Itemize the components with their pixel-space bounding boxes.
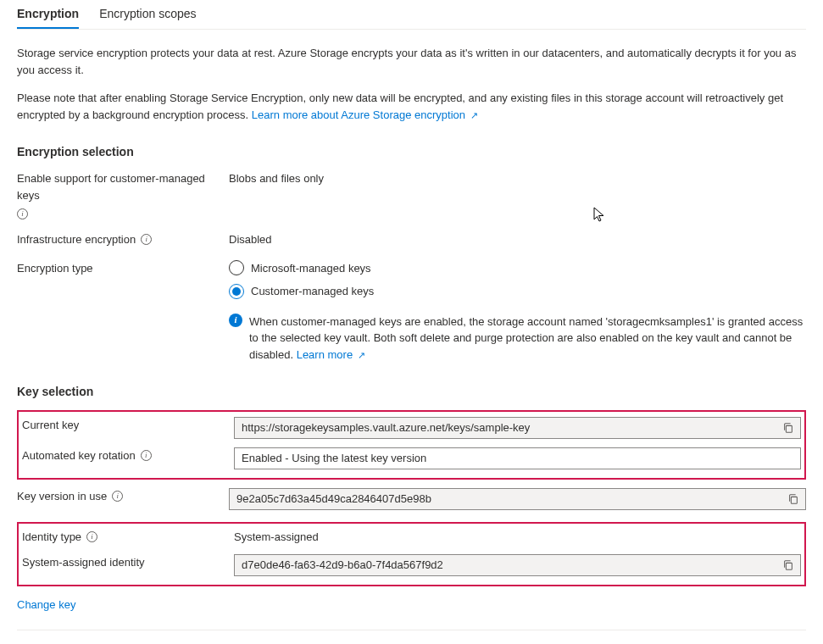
radio-customer-managed[interactable]: Customer-managed keys — [229, 283, 806, 300]
radio-microsoft-managed[interactable]: Microsoft-managed keys — [229, 260, 806, 277]
encryption-type-radio-group: Microsoft-managed keys Customer-managed … — [229, 260, 806, 364]
learn-more-cmk-label: Learn more — [297, 348, 353, 361]
cmk-support-label: Enable support for customer-managed keys — [17, 170, 229, 203]
identity-type-value: System-assigned — [234, 529, 801, 546]
tab-encryption-scopes[interactable]: Encryption scopes — [99, 0, 196, 29]
copy-button[interactable] — [776, 555, 800, 575]
encryption-selection-heading: Encryption selection — [17, 145, 806, 158]
intro-paragraph-2: Please note that after enabling Storage … — [17, 90, 806, 123]
divider — [17, 630, 806, 630]
key-version-value: 9e2a05c7d63a45d49ca2846407d5e98b — [230, 491, 781, 508]
current-key-field: https://storagekeysamples.vault.azure.ne… — [234, 417, 801, 439]
infrastructure-encryption-row: Infrastructure encryption i Disabled — [17, 231, 806, 248]
change-key-link[interactable]: Change key — [17, 598, 75, 611]
external-link-icon: ↗ — [358, 350, 365, 360]
system-identity-field: d7e0de46-fa63-42d9-b6a0-7f4da567f9d2 — [234, 554, 801, 576]
info-icon[interactable]: i — [141, 450, 152, 461]
tab-encryption[interactable]: Encryption — [17, 0, 79, 29]
radio-customer-managed-label: Customer-managed keys — [251, 283, 374, 300]
current-key-label: Current key — [22, 417, 79, 434]
system-identity-label: System-assigned identity — [22, 554, 145, 571]
rotation-label: Automated key rotation — [22, 447, 136, 464]
info-icon[interactable]: i — [141, 234, 152, 245]
system-identity-row: System-assigned identity d7e0de46-fa63-4… — [22, 554, 801, 576]
system-identity-value: d7e0de46-fa63-42d9-b6a0-7f4da567f9d2 — [235, 557, 776, 574]
learn-more-cmk-link[interactable]: Learn more ↗ — [297, 348, 365, 361]
rotation-row: Automated key rotation i Enabled - Using… — [22, 447, 801, 469]
encryption-type-label: Encryption type — [17, 260, 93, 277]
copy-icon — [787, 493, 799, 505]
learn-more-storage-encryption-label: Learn more about Azure Storage encryptio… — [252, 108, 465, 121]
current-key-value: https://storagekeysamples.vault.azure.ne… — [235, 419, 776, 436]
identity-type-row: Identity type i System-assigned — [22, 529, 801, 546]
cmk-support-value: Blobs and files only — [229, 170, 806, 187]
key-version-field: 9e2a05c7d63a45d49ca2846407d5e98b — [229, 488, 806, 510]
rotation-value: Enabled - Using the latest key version — [235, 450, 800, 467]
svg-rect-1 — [791, 497, 797, 503]
key-version-label: Key version in use — [17, 488, 107, 505]
info-icon[interactable]: i — [86, 531, 97, 542]
copy-button[interactable] — [776, 418, 800, 438]
current-key-row: Current key https://storagekeysamples.va… — [22, 417, 801, 439]
rotation-field[interactable]: Enabled - Using the latest key version — [234, 447, 801, 469]
external-link-icon: ↗ — [470, 110, 478, 120]
identity-type-label: Identity type — [22, 529, 81, 546]
encryption-type-row: Encryption type Microsoft-managed keys C… — [17, 260, 806, 364]
intro-paragraph-1: Storage service encryption protects your… — [17, 45, 806, 78]
highlight-box-key: Current key https://storagekeysamples.va… — [17, 410, 806, 480]
copy-icon — [782, 422, 794, 434]
cmk-info-note: i When customer-managed keys are enabled… — [229, 314, 806, 364]
infrastructure-encryption-label: Infrastructure encryption — [17, 231, 136, 248]
radio-microsoft-managed-label: Microsoft-managed keys — [251, 260, 371, 277]
info-icon: i — [229, 314, 242, 327]
key-selection-heading: Key selection — [17, 385, 806, 398]
copy-icon — [782, 559, 794, 571]
cursor-icon — [593, 207, 607, 224]
info-icon[interactable]: i — [17, 208, 28, 219]
highlight-box-identity: Identity type i System-assigned System-a… — [17, 522, 806, 586]
cmk-support-row: Enable support for customer-managed keys… — [17, 170, 806, 219]
svg-rect-2 — [786, 563, 792, 569]
radio-icon — [229, 260, 244, 275]
infrastructure-encryption-value: Disabled — [229, 231, 806, 248]
radio-icon — [229, 284, 244, 299]
svg-rect-0 — [786, 425, 792, 432]
key-version-row: Key version in use i 9e2a05c7d63a45d49ca… — [17, 488, 806, 510]
tab-bar: Encryption Encryption scopes — [17, 0, 806, 30]
learn-more-storage-encryption-link[interactable]: Learn more about Azure Storage encryptio… — [252, 108, 478, 121]
copy-button[interactable] — [781, 489, 805, 509]
info-icon[interactable]: i — [112, 491, 123, 502]
